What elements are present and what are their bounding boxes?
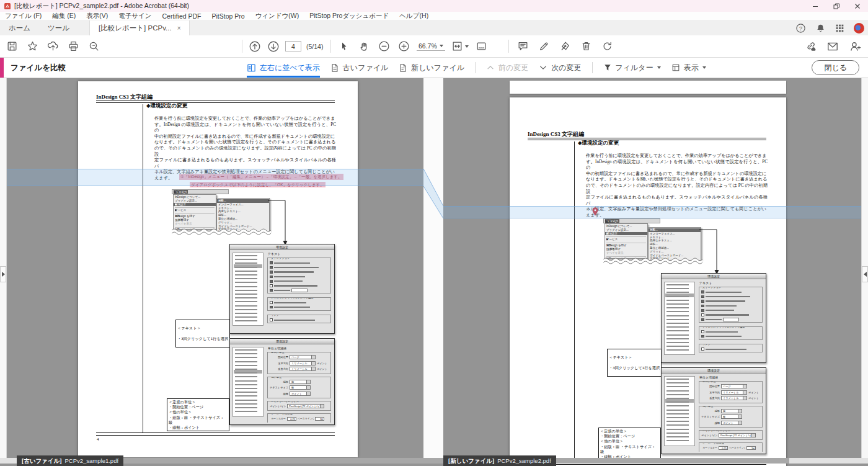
new-file-label: [新しいファイル]PCPv2_sample2.pdf — [443, 455, 556, 466]
zoom-in-icon[interactable] — [397, 40, 410, 53]
horizontal-scrollbar[interactable] — [0, 458, 868, 464]
pdf-page-new[interactable]: InDesign CS3 文字組編 ◆環境設定の変更 作業を行う前に環境設定を変… — [510, 97, 786, 466]
pdf-page-old[interactable]: InDesign CS3 文字組編 ◆環境設定の変更 作業を行う前に環境設定を変… — [78, 81, 358, 457]
add-user-icon[interactable] — [848, 40, 862, 53]
search-icon[interactable] — [87, 40, 100, 53]
menu-file[interactable]: ファイル (F) — [5, 12, 42, 20]
menu-esign[interactable]: 電子サイン — [118, 12, 151, 20]
menu-view[interactable]: 表示(V) — [86, 12, 108, 20]
close-window-button[interactable] — [847, 0, 868, 12]
tab-home[interactable]: ホーム — [0, 20, 39, 35]
fill-sign-icon[interactable] — [558, 40, 572, 53]
next-change-button[interactable]: 次の変更 — [539, 58, 581, 78]
header-double-rule — [528, 138, 766, 140]
preferences-dialog-text: 環境設定 テキスト 文字オプション テキストのド — [661, 273, 766, 363]
next-page-icon[interactable] — [267, 40, 280, 53]
page-number: 4 — [97, 437, 99, 442]
fit-width-dropdown[interactable] — [451, 40, 469, 52]
window-title: [比較レポート] PCPv2_sample2.pdf - Adobe Acrob… — [14, 2, 189, 11]
menu-help[interactable]: ヘルプ(H) — [399, 12, 428, 20]
old-file-icon — [330, 63, 339, 73]
user-avatar[interactable] — [854, 23, 864, 34]
menu-certified-pdf[interactable]: Certified PDF — [162, 12, 201, 20]
filter-funnel-icon — [603, 63, 612, 72]
pane-divider — [423, 78, 443, 458]
filter-dropdown[interactable]: フィルター — [603, 58, 661, 78]
section-title: ◆環境設定の変更 — [578, 140, 619, 147]
chevron-down-icon — [539, 63, 547, 72]
save-icon[interactable] — [5, 40, 19, 53]
compare-files-bar: ファイルを比較 左右に並べて表示 古いファイル 新しいファイル 前の変更 次の変 — [0, 58, 868, 78]
toolbar: (5/14) 66.7% — [0, 35, 868, 58]
change-highlight-old[interactable] — [7, 169, 423, 186]
close-compare-button[interactable]: 閉じる — [812, 60, 859, 75]
email-icon[interactable] — [826, 40, 839, 53]
torn-edge-decoration — [172, 226, 275, 238]
compare-title: ファイルを比較 — [11, 58, 66, 78]
tab-new-file[interactable]: 新しいファイル — [399, 58, 464, 78]
share-upload-icon[interactable] — [46, 40, 60, 53]
chevron-down-icon — [465, 45, 469, 48]
refresh-icon[interactable] — [600, 40, 614, 53]
print-icon[interactable] — [66, 40, 80, 53]
tab-side-by-side[interactable]: 左右に並べて表示 — [247, 58, 320, 78]
chevron-down-icon — [657, 66, 661, 69]
tab-old-file[interactable]: 古いファイル — [330, 58, 388, 78]
indesign-menu-screenshot: InDesign ファイル 編集 InDesign について... プラグイン設… — [172, 189, 277, 243]
column-rule — [143, 104, 143, 432]
scrollbar-thumb[interactable] — [25, 458, 789, 464]
mini-app-menu: InDesign について... プラグイン設定... 環境設定▶ サービス▶ … — [173, 194, 216, 230]
menu-window[interactable]: ウィンドウ(W) — [255, 12, 299, 20]
menu-pitstop-dashboard[interactable]: PitStop Proダッシュボード — [309, 12, 389, 20]
zoom-level-dropdown[interactable]: 66.7% — [417, 42, 445, 51]
page-number-input[interactable] — [285, 41, 301, 52]
apps-grid-icon[interactable] — [835, 24, 844, 33]
new-file-icon — [399, 63, 407, 73]
share-link-icon[interactable] — [804, 40, 817, 53]
highlight-pencil-icon[interactable] — [537, 40, 551, 53]
column-rule — [574, 141, 575, 462]
help-icon[interactable]: ? — [795, 23, 806, 34]
change-highlight-new[interactable] — [443, 206, 861, 218]
previous-page-edge — [510, 81, 786, 94]
chevron-down-icon — [440, 45, 443, 47]
preferences-dialog-units: 環境設定 単位と増減値 定規の単位 開始位置ページ 水平方向ミリメートルポイント… — [661, 367, 766, 454]
delete-trash-icon[interactable] — [579, 40, 593, 53]
expand-left-panel-button[interactable] — [0, 266, 6, 282]
indesign-menu-screenshot: InDesign ファイル 編集 InDesign について... プラグイン設… — [603, 218, 709, 272]
zoom-out-icon[interactable] — [377, 40, 391, 53]
chevron-up-icon — [486, 63, 495, 72]
menu-edit[interactable]: 編集 (E) — [52, 12, 76, 20]
comment-icon[interactable] — [516, 40, 529, 53]
flow-arrow — [268, 200, 290, 247]
expand-right-panel-button[interactable] — [862, 266, 868, 282]
tab-tools[interactable]: ツール — [39, 20, 78, 35]
display-options-dropdown[interactable]: 表示 — [671, 58, 706, 78]
mini-app-menu: InDesign について... プラグイン設定... 環境設定▶ サービス▶ … — [604, 223, 648, 259]
previous-change-button[interactable]: 前の変更 — [486, 58, 528, 78]
select-tool-icon[interactable] — [337, 40, 351, 53]
tab-close-icon[interactable]: × — [177, 25, 181, 32]
page-display-icon[interactable] — [475, 40, 489, 53]
previous-page-icon[interactable] — [248, 40, 262, 53]
dialog-sidebar-list — [232, 253, 264, 326]
minimize-button[interactable] — [805, 0, 826, 12]
svg-text:?: ? — [799, 25, 802, 31]
menu-pitstop-pro[interactable]: PitStop Pro — [212, 12, 245, 20]
document-area: InDesign CS3 文字組編 ◆環境設定の変更 作業を行う前に環境設定を変… — [0, 78, 868, 466]
caption-units: ＜定規の単位＞ ・開始位置：ページ ＜他の単位＞ ・組版：歯 ・テキストサイズ：… — [167, 398, 229, 431]
caption-text-panel: ＜テキスト＞ ・3回クリックして1行を選択 — [175, 320, 230, 347]
flow-arrow — [699, 229, 722, 276]
footer-double-rule — [96, 432, 335, 436]
notifications-bell-icon[interactable] — [815, 23, 826, 34]
preferences-dialog-text: 環境設定 テキスト 文字オプション テキストのド — [229, 244, 335, 334]
tab-document[interactable]: [比較レポート] PCPv... × — [89, 20, 190, 35]
menu-bar: ファイル (F) 編集 (E) 表示(V) 電子サイン Certified PD… — [0, 12, 868, 20]
dialog-sidebar-list — [232, 347, 264, 417]
hand-tool-icon[interactable] — [357, 40, 371, 53]
display-grid-icon — [671, 63, 680, 72]
preferences-dialog-units: 環境設定 単位と増減値 定規の単位 開始位置ページ 水平方向ミリメートルポイント… — [229, 338, 335, 425]
chevron-down-icon — [702, 66, 706, 69]
star-favorite-icon[interactable] — [25, 40, 39, 53]
restore-button[interactable] — [826, 0, 847, 12]
